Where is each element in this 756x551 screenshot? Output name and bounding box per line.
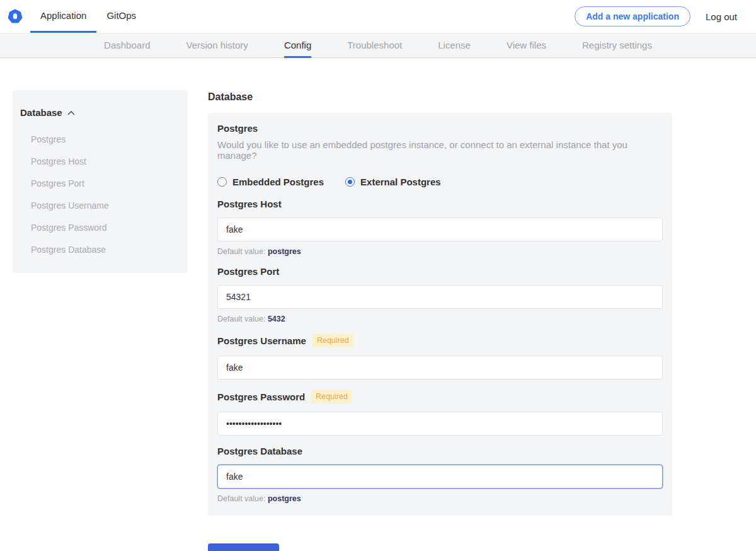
sidebar-item-postgres-host[interactable]: Postgres Host bbox=[20, 144, 178, 166]
radio-embedded-postgres-label: Embedded Postgres bbox=[232, 177, 324, 187]
tab-application-label: Application bbox=[40, 10, 86, 21]
save-config-button[interactable]: Save config bbox=[208, 543, 279, 551]
default-value: postgres bbox=[268, 494, 301, 503]
field-postgres-password: Postgres Password Required bbox=[217, 390, 663, 436]
postgres-host-label: Postgres Host bbox=[217, 199, 282, 209]
postgres-mode-radio-group: Embedded Postgres External Postgres bbox=[217, 177, 663, 187]
header-tabs: Application GitOps bbox=[30, 0, 146, 33]
subnav-registry-settings-label: Registry settings bbox=[582, 40, 652, 50]
subnav-troubleshoot[interactable]: Troubleshoot bbox=[347, 33, 402, 58]
tab-gitops[interactable]: GitOps bbox=[96, 0, 146, 33]
app-logo[interactable] bbox=[8, 0, 30, 33]
chevron-up-icon bbox=[67, 110, 75, 115]
sidebar-item-postgres-password[interactable]: Postgres Password bbox=[20, 210, 178, 232]
tab-gitops-label: GitOps bbox=[106, 10, 136, 21]
subnav-view-files[interactable]: View files bbox=[507, 33, 546, 58]
postgres-username-label: Postgres Username bbox=[217, 335, 306, 346]
radio-external-postgres[interactable]: External Postgres bbox=[345, 177, 441, 187]
default-prefix: Default value: bbox=[217, 247, 265, 256]
subnav-version-history-label: Version history bbox=[186, 40, 248, 50]
postgres-username-input[interactable] bbox=[217, 356, 663, 380]
subnav-config-label: Config bbox=[284, 40, 311, 50]
postgres-port-default-note: Default value: 5432 bbox=[217, 315, 663, 323]
tab-application[interactable]: Application bbox=[30, 0, 96, 33]
radio-unchecked-icon bbox=[217, 177, 227, 187]
default-value: 5432 bbox=[268, 315, 285, 323]
postgres-config-group: Postgres Would you like to use an embedd… bbox=[208, 113, 672, 516]
postgres-database-label: Postgres Database bbox=[217, 446, 302, 456]
subnav-license[interactable]: License bbox=[438, 33, 471, 58]
sidebar-item-postgres[interactable]: Postgres bbox=[20, 122, 178, 144]
kots-logo-icon bbox=[8, 9, 23, 24]
app-subnav: Dashboard Version history Config Trouble… bbox=[0, 33, 756, 58]
field-postgres-host: Postgres Host Default value: postgres bbox=[217, 199, 663, 256]
postgres-database-input[interactable] bbox=[217, 465, 663, 489]
radio-external-postgres-label: External Postgres bbox=[360, 177, 441, 187]
config-sidebar: Database Postgres Postgres Host Postgres… bbox=[13, 90, 188, 273]
sidebar-item-postgres-database[interactable]: Postgres Database bbox=[20, 232, 178, 254]
postgres-password-label: Postgres Password bbox=[217, 392, 305, 402]
required-badge: Required bbox=[312, 334, 353, 347]
subnav-version-history[interactable]: Version history bbox=[186, 33, 248, 58]
postgres-database-default-note: Default value: postgres bbox=[217, 494, 663, 503]
config-main: Database Postgres Would you like to use … bbox=[208, 90, 672, 551]
field-postgres-username: Postgres Username Required bbox=[217, 334, 663, 380]
radio-checked-icon bbox=[345, 177, 355, 187]
postgres-password-input[interactable] bbox=[217, 412, 663, 436]
default-value: postgres bbox=[268, 247, 301, 256]
postgres-port-label: Postgres Port bbox=[217, 266, 279, 277]
group-help-text: Would you like to use an embedded postgr… bbox=[217, 139, 663, 161]
page-title: Database bbox=[208, 91, 672, 103]
default-prefix: Default value: bbox=[217, 315, 265, 323]
subnav-license-label: License bbox=[438, 40, 471, 50]
subnav-troubleshoot-label: Troubleshoot bbox=[347, 40, 402, 50]
sidebar-item-postgres-port[interactable]: Postgres Port bbox=[20, 166, 178, 188]
subnav-registry-settings[interactable]: Registry settings bbox=[582, 33, 652, 58]
field-postgres-database: Postgres Database Default value: postgre… bbox=[217, 446, 663, 503]
add-new-application-button[interactable]: Add a new application bbox=[575, 6, 690, 26]
header-right: Add a new application Log out bbox=[575, 0, 737, 33]
logout-link[interactable]: Log out bbox=[706, 11, 737, 22]
subnav-config[interactable]: Config bbox=[284, 33, 311, 58]
postgres-port-input[interactable] bbox=[217, 285, 663, 309]
subnav-dashboard[interactable]: Dashboard bbox=[104, 33, 150, 58]
config-content: Database Postgres Postgres Host Postgres… bbox=[0, 58, 756, 551]
subnav-view-files-label: View files bbox=[507, 40, 546, 50]
sidebar-group-database-label: Database bbox=[20, 107, 62, 118]
group-title: Postgres bbox=[217, 123, 663, 134]
sidebar-group-database[interactable]: Database bbox=[20, 107, 178, 122]
field-postgres-port: Postgres Port Default value: 5432 bbox=[217, 266, 663, 323]
sidebar-item-postgres-username[interactable]: Postgres Username bbox=[20, 188, 178, 210]
radio-embedded-postgres[interactable]: Embedded Postgres bbox=[217, 177, 324, 187]
top-header: Application GitOps Add a new application… bbox=[0, 0, 756, 33]
subnav-dashboard-label: Dashboard bbox=[104, 40, 150, 50]
postgres-host-default-note: Default value: postgres bbox=[217, 247, 663, 256]
default-prefix: Default value: bbox=[217, 494, 265, 503]
required-badge: Required bbox=[311, 390, 352, 403]
postgres-host-input[interactable] bbox=[217, 218, 663, 241]
